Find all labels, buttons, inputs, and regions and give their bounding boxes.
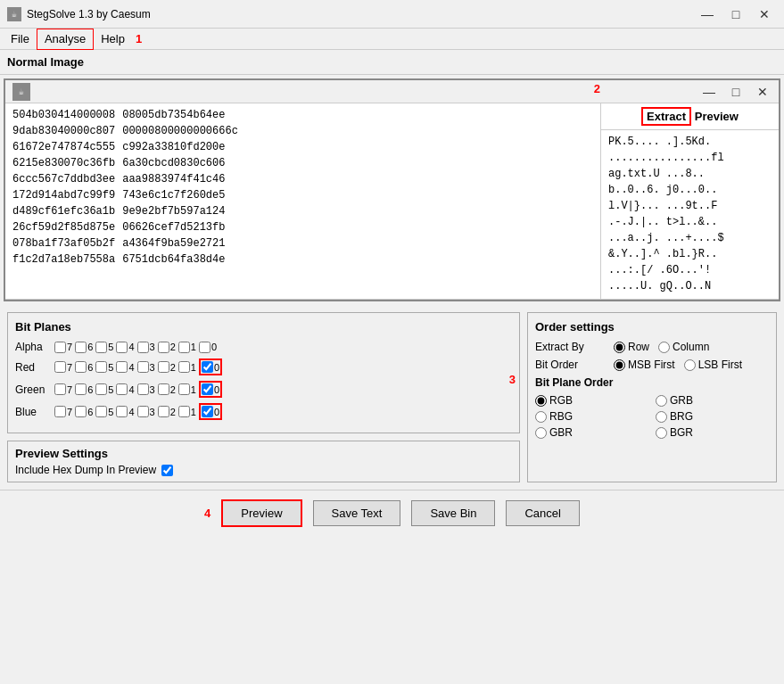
red-bit-6[interactable]: 6: [75, 361, 93, 373]
alpha-bit-6[interactable]: 6: [75, 342, 93, 353]
rbg-label: RBG: [549, 410, 573, 423]
extract-line: PK.5.... .].5Kd.: [608, 134, 772, 150]
bit-plane-order-title: Bit Plane Order: [535, 376, 769, 389]
blue-bit-3[interactable]: 3: [137, 406, 155, 417]
red-bit-3[interactable]: 3: [137, 361, 155, 373]
bottom-area: Bit Planes Alpha 7 6 5 4 3 2 1 0 Red: [0, 305, 784, 490]
menu-file[interactable]: File: [4, 29, 37, 50]
extract-line: &.Y..].^ .bl.}R..: [608, 246, 772, 262]
hex-line: f1c2d7a18eb7558a 6751dcb64fa38d4e: [12, 251, 593, 268]
gbr-label: GBR: [549, 426, 573, 439]
title-bar-controls: — □ ✕: [695, 5, 777, 23]
blue-bit-7[interactable]: 7: [54, 406, 72, 417]
normal-image-label: Normal Image: [7, 55, 84, 69]
green-bit-2[interactable]: 2: [158, 383, 176, 395]
inner-title-bar: ☕ 2 — □ ✕: [5, 80, 779, 103]
blue-bit-5[interactable]: 5: [95, 406, 113, 417]
menu-help-label: Help: [101, 32, 125, 45]
menu-bar: File Analyse Help 1: [0, 29, 784, 50]
bit-order-options: MSB First LSB First: [614, 358, 742, 371]
hex-dump-checkbox[interactable]: [161, 465, 173, 476]
column-label: Column: [673, 341, 709, 353]
hex-line: 172d914abd7c99f9 743e6c1c7f260de5: [12, 187, 593, 203]
extract-line: .....U. gQ..O..N: [608, 278, 772, 294]
maximize-button[interactable]: □: [723, 5, 748, 23]
bpo-rbg-option[interactable]: RBG: [535, 410, 648, 423]
alpha-bit-2[interactable]: 2: [158, 342, 176, 353]
menu-file-label: File: [11, 32, 29, 45]
green-bit-6[interactable]: 6: [75, 383, 93, 395]
title-bar-text: StegSolve 1.3 by Caesum: [27, 8, 151, 21]
green-bit-7[interactable]: 7: [54, 383, 72, 395]
extract-by-row-option[interactable]: Row: [614, 341, 649, 353]
preview-settings-title: Preview Settings: [15, 447, 512, 460]
blue-bit-1[interactable]: 1: [178, 406, 196, 417]
annotation-4: 4: [204, 507, 210, 520]
extract-by-label: Extract By: [535, 341, 607, 353]
annotation-1: 1: [136, 32, 142, 45]
bpo-bgr-option[interactable]: BGR: [656, 426, 769, 439]
green-bit-0[interactable]: 0: [199, 381, 222, 398]
inner-close-button[interactable]: ✕: [750, 83, 775, 101]
red-bit-7[interactable]: 7: [54, 361, 72, 373]
annotation-2: 2: [594, 82, 600, 95]
red-bit-1[interactable]: 1: [178, 361, 196, 373]
alpha-bit-1[interactable]: 1: [178, 342, 196, 353]
green-bit-5[interactable]: 5: [95, 383, 113, 395]
green-row: Green 7 6 5 4 3 2 1 0: [15, 381, 512, 398]
menu-help[interactable]: Help: [94, 29, 132, 50]
menu-analyse[interactable]: Analyse: [37, 29, 94, 50]
alpha-bit-5[interactable]: 5: [95, 342, 113, 353]
red-checkboxes: 7 6 5 4 3 2 1 0: [54, 358, 222, 375]
extract-preview-column: Extract Preview PK.5.... .].5Kd. .......…: [600, 103, 779, 299]
bgr-label: BGR: [670, 426, 693, 439]
lsb-first-option[interactable]: LSB First: [684, 358, 742, 371]
blue-checkboxes: 7 6 5 4 3 2 1 0: [54, 403, 222, 420]
bpo-gbr-option[interactable]: GBR: [535, 426, 648, 439]
red-bit-2[interactable]: 2: [158, 361, 176, 373]
alpha-bit-0[interactable]: 0: [199, 342, 217, 353]
inner-maximize-button[interactable]: □: [723, 83, 748, 101]
save-text-button[interactable]: Save Text: [313, 500, 401, 526]
msb-first-option[interactable]: MSB First: [614, 358, 675, 371]
bit-planes-title: Bit Planes: [15, 320, 512, 334]
left-panels: Bit Planes Alpha 7 6 5 4 3 2 1 0 Red: [7, 312, 520, 482]
red-bit-5[interactable]: 5: [95, 361, 113, 373]
blue-bit-6[interactable]: 6: [75, 406, 93, 417]
extract-by-row: Extract By Row Column: [535, 341, 769, 353]
hex-dump-label: Include Hex Dump In Preview: [15, 464, 156, 476]
bit-plane-order-section: Bit Plane Order RGB GRB RBG BRG: [535, 376, 769, 439]
grb-label: GRB: [670, 394, 693, 407]
inner-app-icon: ☕: [12, 83, 30, 101]
order-settings-title: Order settings: [535, 320, 769, 334]
extract-by-column-option[interactable]: Column: [658, 341, 709, 353]
blue-bit-2[interactable]: 2: [158, 406, 176, 417]
blue-bit-4[interactable]: 4: [116, 406, 134, 417]
bpo-rgb-option[interactable]: RGB: [535, 394, 648, 407]
alpha-bit-3[interactable]: 3: [137, 342, 155, 353]
close-button[interactable]: ✕: [752, 5, 777, 23]
hex-line: 6215e830070c36fb 6a30cbcd0830c606: [12, 155, 593, 171]
preview-label: Preview: [695, 110, 739, 123]
alpha-bit-4[interactable]: 4: [116, 342, 134, 353]
green-bit-1[interactable]: 1: [178, 383, 196, 395]
bpo-grb-option[interactable]: GRB: [656, 394, 769, 407]
save-bin-button[interactable]: Save Bin: [411, 500, 495, 526]
bpo-brg-option[interactable]: BRG: [656, 410, 769, 423]
preview-button[interactable]: Preview: [221, 499, 301, 527]
green-bit-3[interactable]: 3: [137, 383, 155, 395]
alpha-bit-7[interactable]: 7: [54, 342, 72, 353]
title-bar: ☕ StegSolve 1.3 by Caesum — □ ✕: [0, 0, 784, 29]
red-bit-4[interactable]: 4: [116, 361, 134, 373]
menu-analyse-label: Analyse: [45, 32, 86, 45]
inner-minimize-button[interactable]: —: [697, 83, 722, 101]
minimize-button[interactable]: —: [695, 5, 720, 23]
blue-bit-0[interactable]: 0: [199, 403, 222, 420]
red-bit-0[interactable]: 0: [199, 358, 222, 375]
bit-planes-panel: Bit Planes Alpha 7 6 5 4 3 2 1 0 Red: [7, 312, 520, 433]
cancel-button[interactable]: Cancel: [506, 500, 579, 526]
msb-label: MSB First: [628, 358, 675, 371]
red-label: Red: [15, 361, 51, 374]
green-bit-4[interactable]: 4: [116, 383, 134, 395]
extract-line: ................fl: [608, 150, 772, 166]
